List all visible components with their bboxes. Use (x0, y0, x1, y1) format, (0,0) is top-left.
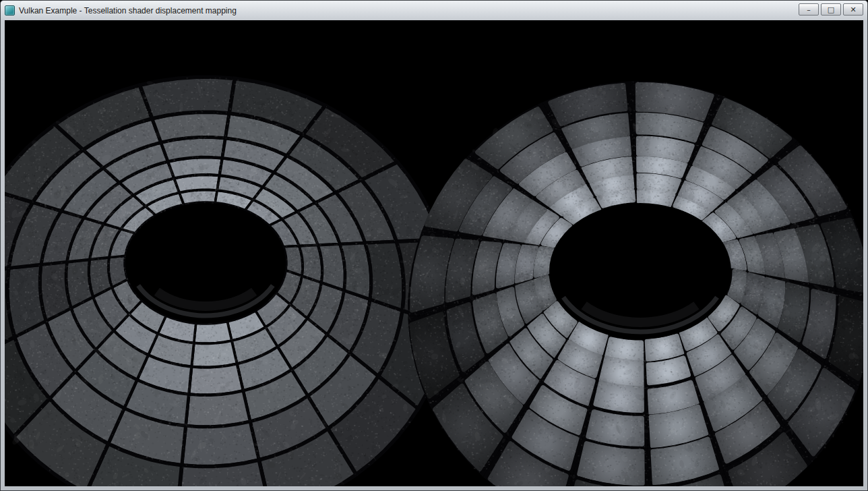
render-viewport (5, 20, 863, 486)
maximize-button[interactable]: □ (821, 3, 841, 16)
render-canvas[interactable] (5, 20, 863, 486)
close-button[interactable]: ✕ (843, 3, 863, 16)
window-title: Vulkan Example - Tessellation shader dis… (19, 6, 237, 16)
app-window: Vulkan Example - Tessellation shader dis… (0, 0, 868, 491)
minimize-button[interactable]: – (799, 3, 819, 16)
titlebar[interactable]: Vulkan Example - Tessellation shader dis… (1, 1, 867, 20)
app-icon[interactable] (5, 5, 15, 16)
window-controls: – □ ✕ (799, 3, 863, 16)
